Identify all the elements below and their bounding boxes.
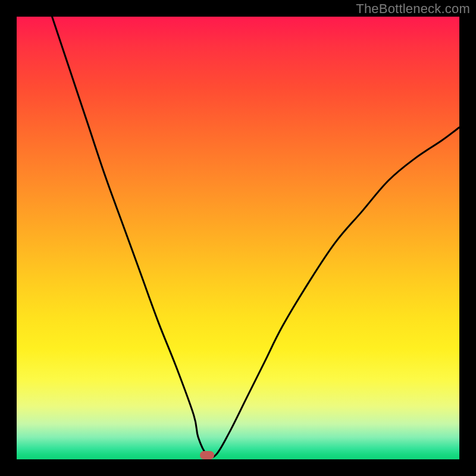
balance-marker: [200, 451, 214, 459]
curve-svg: [17, 17, 459, 459]
figure-root: TheBottleneck.com: [0, 0, 476, 476]
bottleneck-curve: [52, 17, 459, 458]
plot-area: [17, 17, 459, 459]
watermark-text: TheBottleneck.com: [356, 1, 470, 17]
